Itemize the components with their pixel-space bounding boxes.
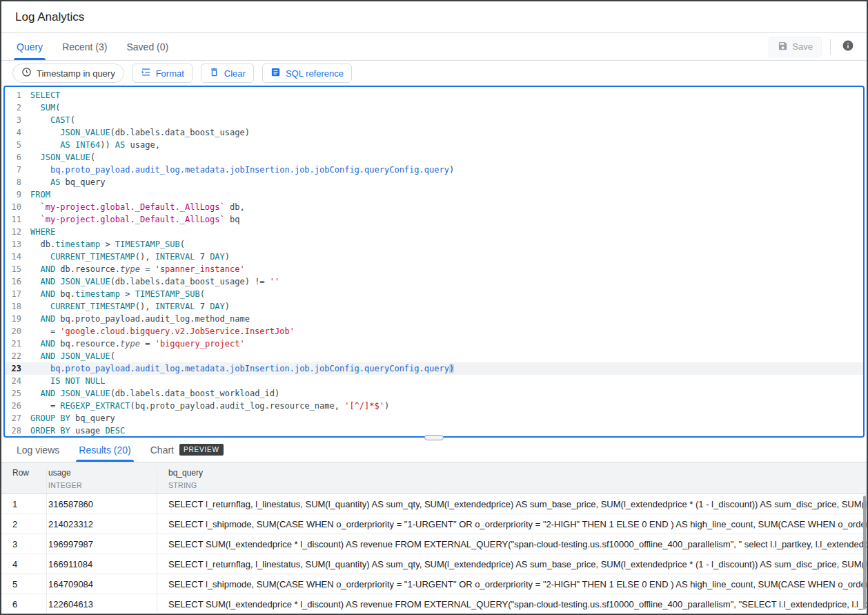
code-line-5[interactable]: 5 AS INT64)) AS usage,: [5, 139, 863, 151]
code-line-26[interactable]: 26 = REGEXP_EXTRACT(bq.proto_payload.aud…: [5, 400, 863, 412]
code-line-23[interactable]: 23 bq.proto_payload.audit_log.metadata.j…: [5, 362, 863, 375]
code-line-16[interactable]: 16 AND JSON_VALUE(db.labels.data_boost_u…: [5, 275, 863, 288]
code-line-7[interactable]: 7 bq.proto_payload.audit_log.metadata.jo…: [5, 164, 863, 176]
line-number: 25: [5, 387, 21, 400]
code-line-19[interactable]: 19 AND bq.proto_payload.audit_log.method…: [5, 313, 863, 325]
format-icon: [141, 67, 151, 79]
tab-log-views[interactable]: Log views: [7, 438, 69, 462]
save-button-label: Save: [792, 41, 813, 52]
cell-row-number: 6: [1, 594, 47, 614]
line-number: 11: [5, 213, 21, 226]
line-number: 12: [5, 226, 21, 238]
tab-query[interactable]: Query: [7, 33, 52, 60]
cell-bq-query: SELECT l_shipmode, SUM(CASE WHEN o_order…: [157, 519, 867, 529]
line-number: 2: [5, 101, 21, 114]
code-line-8[interactable]: 8 AS bq_query: [5, 176, 863, 188]
cell-row-number: 3: [1, 534, 47, 554]
tab-chart-label: Chart: [150, 445, 174, 456]
cell-bq-query: SELECT SUM(l_extendedprice * l_discount)…: [157, 539, 867, 549]
code-line-27[interactable]: 27GROUP BY bq_query: [5, 412, 863, 424]
info-button[interactable]: [839, 38, 857, 56]
trash-icon: [209, 67, 219, 79]
tab-log-views-label: Log views: [17, 445, 59, 456]
query-tabbar: Query Recent (3) Saved (0) Save: [1, 33, 867, 61]
line-number: 3: [5, 114, 21, 126]
cell-row-number: 2: [1, 514, 47, 534]
tab-results-label: Results (20): [79, 445, 130, 456]
format-button[interactable]: Format: [132, 64, 193, 83]
cell-usage: 166911084: [47, 554, 157, 574]
table-row: 3196997987SELECT SUM(l_extendedprice * l…: [1, 534, 867, 554]
code-line-13[interactable]: 13 db.timestamp > TIMESTAMP_SUB(: [5, 238, 863, 251]
tab-chart[interactable]: Chart PREVIEW: [141, 438, 233, 462]
line-number: 17: [5, 288, 21, 300]
code-line-6[interactable]: 6 JSON_VALUE(: [5, 151, 863, 164]
line-number: 9: [5, 188, 21, 201]
app-header: Log Analytics: [1, 1, 867, 33]
code-line-12[interactable]: 12WHERE: [5, 226, 863, 238]
clock-icon: [21, 67, 32, 79]
column-header-row: Row: [1, 468, 47, 494]
line-number: 23: [5, 362, 21, 375]
cell-usage: 316587860: [47, 494, 157, 514]
tab-results[interactable]: Results (20): [69, 438, 140, 462]
table-row: 6122604613SELECT SUM(l_extendedprice * l…: [1, 594, 867, 614]
save-icon: [778, 41, 788, 53]
line-number: 1: [5, 89, 21, 101]
page-title: Log Analytics: [15, 10, 84, 24]
code-line-22[interactable]: 22 AND JSON_VALUE(: [5, 350, 863, 362]
code-line-10[interactable]: 10 `my-project.global._Default._AllLogs`…: [5, 201, 863, 213]
column-header-bq-query: bq_query STRING: [157, 468, 867, 494]
sql-editor[interactable]: 1SELECT2 SUM(3 CAST(4 JSON_VALUE(db.labe…: [3, 86, 865, 438]
editor-resize-handle[interactable]: [424, 435, 444, 440]
code-line-11[interactable]: 11 `my-project.global._Default._AllLogs`…: [5, 213, 863, 226]
cell-bq-query: SELECT l_returnflag, l_linestatus, SUM(l…: [157, 499, 867, 509]
column-header-usage: usage INTEGER: [47, 468, 157, 494]
line-number: 26: [5, 400, 21, 412]
save-button[interactable]: Save: [769, 37, 822, 57]
code-line-14[interactable]: 14 CURRENT_TIMESTAMP(), INTERVAL 7 DAY): [5, 251, 863, 263]
cell-bq-query: SELECT l_shipmode, SUM(CASE WHEN o_order…: [157, 579, 867, 589]
timestamp-in-query-chip[interactable]: Timestamp in query: [12, 64, 124, 83]
tabbar-actions: Save: [769, 33, 861, 60]
code-line-25[interactable]: 25 AND JSON_VALUE(db.labels.data_boost_w…: [5, 387, 863, 400]
sql-reference-button[interactable]: SQL reference: [262, 64, 352, 83]
line-number: 27: [5, 412, 21, 424]
cell-usage: 214023312: [47, 514, 157, 534]
code-line-9[interactable]: 9FROM: [5, 188, 863, 201]
cell-row-number: 4: [1, 554, 47, 574]
code-line-21[interactable]: 21 AND bq.resource.type = 'bigquery_proj…: [5, 338, 863, 350]
line-number: 4: [5, 126, 21, 139]
clear-button[interactable]: Clear: [201, 64, 254, 83]
results-table-body: 1316587860SELECT l_returnflag, l_linesta…: [1, 494, 867, 614]
code-line-3[interactable]: 3 CAST(: [5, 114, 863, 126]
table-row: 2214023312SELECT l_shipmode, SUM(CASE WH…: [1, 514, 867, 534]
cell-row-number: 5: [1, 574, 47, 594]
results-scrollbar[interactable]: [863, 496, 866, 609]
preview-badge: PREVIEW: [179, 444, 224, 456]
code-line-2[interactable]: 2 SUM(: [5, 101, 863, 114]
code-line-18[interactable]: 18 CURRENT_TIMESTAMP(), INTERVAL 7 DAY): [5, 300, 863, 313]
line-number: 6: [5, 151, 21, 164]
results-panel: Log views Results (20) Chart PREVIEW Row…: [1, 438, 867, 614]
code-line-24[interactable]: 24 IS NOT NULL: [5, 375, 863, 387]
sql-reference-icon: [270, 67, 281, 79]
tab-recent[interactable]: Recent (3): [52, 33, 117, 60]
code-line-20[interactable]: 20 = 'google.cloud.bigquery.v2.JobServic…: [5, 325, 863, 338]
code-line-1[interactable]: 1SELECT: [5, 89, 863, 101]
cell-usage: 164709084: [47, 574, 157, 594]
table-row: 4166911084SELECT l_returnflag, l_linesta…: [1, 554, 867, 574]
table-row: 5164709084SELECT l_shipmode, SUM(CASE WH…: [1, 574, 867, 594]
line-number: 19: [5, 313, 21, 325]
cell-usage: 122604613: [47, 594, 157, 614]
code-line-4[interactable]: 4 JSON_VALUE(db.labels.data_boost_usage): [5, 126, 863, 139]
timestamp-chip-label: Timestamp in query: [37, 68, 115, 79]
code-line-15[interactable]: 15 AND db.resource.type = 'spanner_insta…: [5, 263, 863, 275]
line-number: 14: [5, 251, 21, 263]
table-row: 1316587860SELECT l_returnflag, l_linesta…: [1, 494, 867, 514]
sql-reference-label: SQL reference: [286, 68, 344, 79]
line-number: 13: [5, 238, 21, 251]
tab-saved[interactable]: Saved (0): [117, 33, 178, 60]
code-line-17[interactable]: 17 AND bq.timestamp > TIMESTAMP_SUB(: [5, 288, 863, 300]
editor-container: 1SELECT2 SUM(3 CAST(4 JSON_VALUE(db.labe…: [3, 86, 865, 438]
